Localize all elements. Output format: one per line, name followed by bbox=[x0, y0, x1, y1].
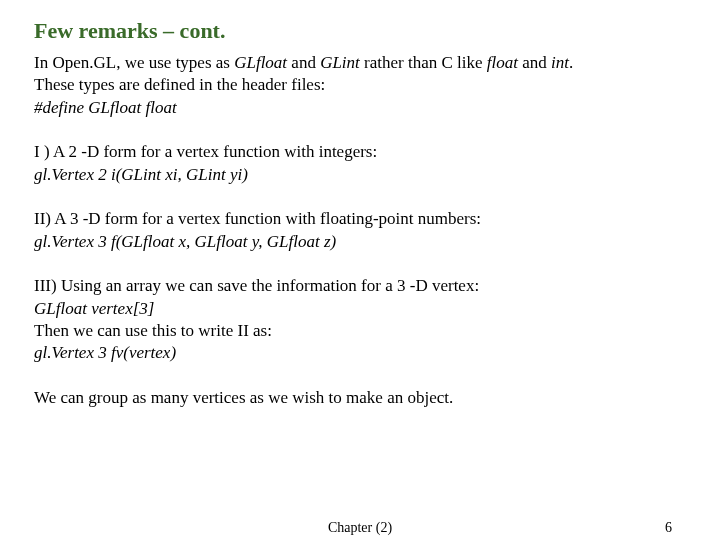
slide-title: Few remarks – cont. bbox=[34, 18, 686, 44]
type-glfloat: GLfloat bbox=[234, 53, 287, 72]
footer-page-number: 6 bbox=[665, 520, 672, 536]
code-define: #define GLfloat float bbox=[34, 98, 177, 117]
code-vertex3f: gl.Vertex 3 f(GLfloat x, GLfloat y, GLfl… bbox=[34, 232, 336, 251]
paragraph-i: I ) A 2 -D form for a vertex function wi… bbox=[34, 141, 686, 186]
text: rather than C like bbox=[360, 53, 487, 72]
slide: Few remarks – cont. In Open.GL, we use t… bbox=[0, 0, 720, 540]
text: I ) A 2 -D form for a vertex function wi… bbox=[34, 142, 377, 161]
paragraph-closing: We can group as many vertices as we wish… bbox=[34, 387, 686, 409]
paragraph-ii: II) A 3 -D form for a vertex function wi… bbox=[34, 208, 686, 253]
paragraph-iii: III) Using an array we can save the info… bbox=[34, 275, 686, 365]
text: II) A 3 -D form for a vertex function wi… bbox=[34, 209, 481, 228]
text: III) Using an array we can save the info… bbox=[34, 276, 479, 295]
code-vertex2i: gl.Vertex 2 i(GLint xi, GLint yi) bbox=[34, 165, 248, 184]
text: . bbox=[569, 53, 573, 72]
text: and bbox=[287, 53, 320, 72]
footer-chapter: Chapter (2) bbox=[328, 520, 392, 536]
text: These types are defined in the header fi… bbox=[34, 75, 325, 94]
type-float: float bbox=[487, 53, 518, 72]
text: Then we can use this to write II as: bbox=[34, 321, 272, 340]
type-glint: GLint bbox=[320, 53, 360, 72]
text: In Open.GL, we use types as bbox=[34, 53, 234, 72]
code-vertex3fv: gl.Vertex 3 fv(vertex) bbox=[34, 343, 176, 362]
paragraph-intro: In Open.GL, we use types as GLfloat and … bbox=[34, 52, 686, 119]
type-int: int bbox=[551, 53, 569, 72]
text: and bbox=[518, 53, 551, 72]
code-array-decl: GLfloat vertex[3] bbox=[34, 299, 154, 318]
